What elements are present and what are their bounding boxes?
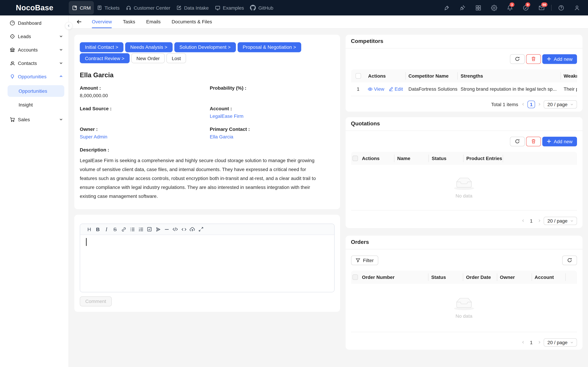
delete-button[interactable] [526,136,541,146]
sidebar-collapse-button[interactable] [65,22,73,30]
inline-code-icon[interactable] [180,225,188,234]
table-row[interactable]: 1 View Edit [351,82,577,96]
prev-page-icon[interactable] [521,219,525,223]
lost-button[interactable]: Lost [167,53,186,63]
send-icon[interactable] [154,225,162,234]
column-owner[interactable]: Owner [497,270,532,284]
sidebar-subitem-opportunities[interactable]: Opportunities [8,85,64,97]
column-name[interactable]: Name [394,152,429,165]
competitors-header: Competitors [346,34,582,48]
column-strengths[interactable]: Strengths [458,69,561,82]
back-arrow-icon[interactable] [76,19,82,25]
help-icon[interactable] [558,5,564,11]
refresh-button[interactable] [510,136,525,146]
sidebar-item-opportunities[interactable]: Opportunities [0,70,69,83]
column-product-entries[interactable]: Product Entries [464,152,503,165]
column-order-date[interactable]: Order Date [463,270,497,284]
nav-item-examples[interactable]: Examples [212,0,247,16]
page-size-select[interactable]: 20 / page [544,217,577,225]
gear-icon[interactable] [491,5,497,11]
check-circle-icon[interactable]: 9 [523,5,529,11]
owner-link[interactable]: Super Admin [80,134,107,140]
column-order-number[interactable]: Order Number [359,270,428,284]
select-all-checkbox[interactable] [352,155,358,161]
prev-page-icon[interactable] [521,102,525,106]
italic-icon[interactable]: I [102,225,111,234]
bullet-list-icon[interactable] [128,225,137,234]
new-order-button[interactable]: New Order [131,53,165,63]
nav-item-data-intake[interactable]: Data Intake [173,0,212,16]
nav-item-crm[interactable]: CRM [69,1,94,14]
edit-link[interactable]: Edit [388,86,403,92]
code-block-icon[interactable] [171,225,180,234]
bell-icon[interactable]: 3 [507,5,513,11]
tab-documents-files[interactable]: Documents & Files [172,16,212,28]
stage-button-contract-review[interactable]: Contract Review > [80,53,130,63]
sidebar-item-sales[interactable]: Sales [0,113,69,126]
next-page-icon[interactable] [537,102,541,106]
column-actions[interactable]: Actions [365,69,406,82]
page-number[interactable]: 1 [527,100,535,108]
cart-icon [10,117,15,122]
stage-button-initial-contact[interactable]: Initial Contact > [80,42,123,52]
user-icon[interactable] [574,5,580,11]
refresh-button[interactable] [562,255,577,265]
plugin-icon[interactable] [459,5,466,11]
heading-icon[interactable]: H [85,225,94,234]
tab-emails[interactable]: Emails [146,16,161,28]
delete-button[interactable] [526,54,541,64]
prev-page-icon[interactable] [521,340,525,344]
next-page-icon[interactable] [537,340,541,344]
link-icon[interactable] [119,225,128,234]
sidebar-item-contacts[interactable]: Contacts [0,56,69,70]
checklist-icon[interactable] [145,225,154,234]
stage-button-solution-development[interactable]: Solution Development > [174,42,236,52]
navbar-actions: 3 9 98 [444,0,588,16]
select-all-checkbox[interactable] [355,73,361,78]
column-competitor-name[interactable]: Competitor Name [406,69,458,82]
nav-item-github[interactable]: GitHub [247,0,277,16]
stage-button-proposal-negotiation[interactable]: Proposal & Negotiation > [237,42,301,52]
next-page-icon[interactable] [537,219,541,223]
filter-button[interactable]: Filter [351,255,378,265]
fullscreen-icon[interactable] [197,225,205,234]
app-logo[interactable]: NocoBase [0,0,69,16]
upload-cloud-icon[interactable] [188,225,197,234]
horizontal-rule-icon[interactable] [162,225,171,234]
column-actions[interactable]: Actions [359,152,394,165]
select-all-checkbox[interactable] [352,274,358,280]
comment-input[interactable] [80,235,334,292]
column-account[interactable]: Account [532,270,566,284]
column-status[interactable]: Status [429,152,464,165]
refresh-button[interactable] [510,54,525,64]
view-link[interactable]: View [367,86,384,92]
primary-contact-link[interactable]: Ella Garcia [210,134,233,140]
opportunity-title: Ella Garcia [80,70,334,80]
sidebar-item-accounts[interactable]: Accounts [0,43,69,56]
add-new-button[interactable]: Add new [542,136,577,146]
nav-item-tickets[interactable]: Tickets [94,0,123,16]
mail-icon[interactable]: 98 [538,5,545,11]
sidebar-subitem-insight[interactable]: Insight [8,99,64,111]
page-size-select[interactable]: 20 / page [544,338,577,346]
tab-tasks[interactable]: Tasks [123,16,135,28]
highlighter-icon[interactable] [444,5,450,11]
chevron-up-icon [59,75,63,78]
comment-button[interactable]: Comment [80,296,112,306]
page-number[interactable]: 1 [527,339,535,346]
add-new-button[interactable]: Add new [542,54,577,64]
tab-overview[interactable]: Overview [92,16,112,28]
column-weaknesses[interactable]: Weaknesses [561,69,577,82]
nav-item-customer-center[interactable]: Customer Center [123,0,173,16]
account-link[interactable]: LegalEase Firm [210,113,243,119]
stage-button-needs-analysis[interactable]: Needs Analysis > [125,42,173,52]
ordered-list-icon[interactable] [137,225,145,234]
page-number[interactable]: 1 [527,217,535,225]
sidebar-item-leads[interactable]: Leads [0,30,69,43]
page-size-select[interactable]: 20 / page [544,100,577,108]
blocks-icon[interactable] [475,5,481,11]
bold-icon[interactable]: B [94,225,102,234]
strikethrough-icon[interactable]: S [111,225,119,234]
sidebar-item-dashboard[interactable]: Dashboard [0,16,69,30]
column-status[interactable]: Status [428,270,463,284]
